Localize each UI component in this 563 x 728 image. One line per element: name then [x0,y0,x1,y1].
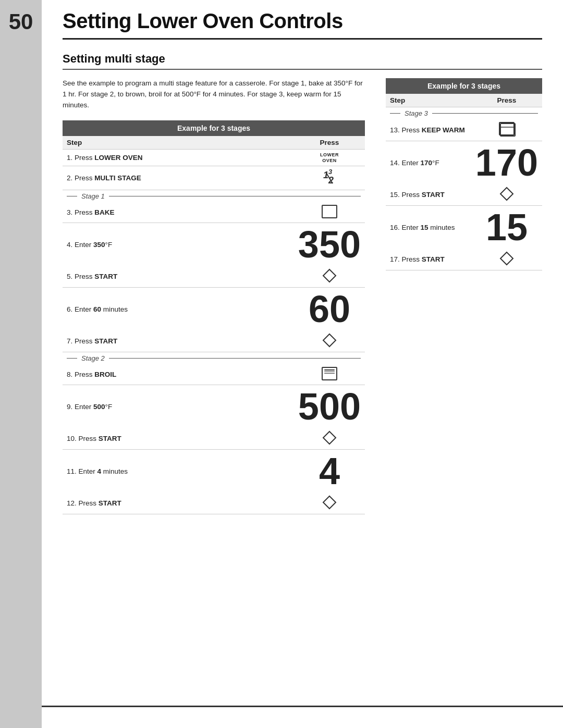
step-text-cell: 16. Enter 15 minutes [386,206,471,249]
table-row: 17. Press START [386,249,542,270]
right-table-header: Example for 3 stages [386,78,542,94]
step-text-cell: 17. Press START [386,249,471,270]
left-table-header: Example for 3 stages [63,120,365,136]
lower-oven-text-icon: LOWEROVEN [298,152,361,164]
press-col-header: Press [294,136,365,150]
step-text-cell: 7. Press START [63,330,294,352]
step-col-header: Step [63,136,294,150]
stage-divider-row: Stage 1 [63,190,365,202]
svg-marker-5 [323,334,336,347]
step-text-cell: 10. Press START [63,428,294,450]
stage-divider-cell: Stage 3 [386,107,542,120]
svg-text:3: 3 [328,169,333,176]
big-number-cell: 4 [294,450,365,492]
step-text-cell: 13. Press KEEP WARM [386,119,471,141]
step-text-cell: 5. Press START [63,266,294,288]
right-column: Example for 3 stages Step Press Stage 3 … [386,78,542,270]
two-column-layout: See the example to program a multi stage… [63,78,542,514]
step-text-cell: 14. Enter 170°F [386,141,471,184]
big-number-cell: 15 [471,206,542,249]
step-text-cell: 2. Press MULTI STAGE [63,166,294,190]
stage-divider-cell: Stage 1 [63,190,365,202]
step-text-cell: 6. Enter 60 minutes [63,288,294,330]
press-icon-cell [294,492,365,514]
keep-warm-icon [499,122,515,135]
start-diamond-icon [322,333,337,348]
svg-marker-6 [323,431,336,444]
big-number-cell: 170 [471,141,542,184]
step-text-cell: 3. Press BAKE [63,202,294,223]
step-text-cell: 9. Enter 500°F [63,385,294,428]
press-icon-cell [294,428,365,450]
page-number: 50 [0,9,42,34]
right-step-col-header: Step [386,94,471,107]
svg-rect-8 [500,124,515,136]
step-text-cell: 11. Enter 4 minutes [63,450,294,492]
right-col-headers: Step Press [386,94,542,107]
step-text-cell: 12. Press START [63,492,294,514]
big-number-cell: 350 [294,223,365,266]
press-icon-cell [294,266,365,288]
table-row: 7. Press START [63,330,365,352]
left-table-title: Example for 3 stages [63,120,365,136]
svg-marker-4 [323,269,336,282]
start-diamond-icon [499,187,514,201]
right-steps-table: Example for 3 stages Step Press Stage 3 … [386,78,542,270]
table-row: 9. Enter 500°F 500 [63,385,365,428]
press-icon-cell: LOWEROVEN [294,149,365,166]
table-row: 15. Press START [386,184,542,206]
stage-label: Stage 1 [67,192,361,200]
table-row: 2. Press MULTI STAGE 1 2 3 [63,166,365,190]
stage-divider-cell: Stage 2 [63,352,365,364]
stage-label: Stage 3 [390,109,538,117]
svg-marker-11 [500,252,513,265]
table-row: 4. Enter 350°F 350 [63,223,365,266]
left-col-headers: Step Press [63,136,365,150]
start-diamond-icon [322,268,337,283]
page-title: Setting Lower Oven Controls [63,9,542,38]
section-heading: Setting multi stage [63,52,542,70]
stage-label: Stage 2 [67,354,361,362]
separator-row [386,270,542,271]
press-icon-cell [471,249,542,270]
press-icon-cell: 1 2 3 [294,166,365,190]
broil-icon [322,367,337,380]
separator-cell [63,514,365,515]
sidebar: 50 [0,0,42,728]
svg-marker-7 [323,496,336,509]
intro-paragraph: See the example to program a multi stage… [63,78,365,111]
right-press-col-header: Press [471,94,542,107]
table-row: 10. Press START [63,428,365,450]
left-steps-table: Example for 3 stages Step Press 1. Press… [63,120,365,515]
start-diamond-icon [322,495,337,510]
bottom-border [42,706,563,707]
step-text-cell: 8. Press BROIL [63,364,294,385]
separator-row [63,514,365,515]
press-icon-cell [294,364,365,385]
press-icon-cell [294,330,365,352]
press-icon-cell [471,119,542,141]
stage-divider-row: Stage 2 [63,352,365,364]
start-diamond-icon [322,430,337,445]
table-row: 6. Enter 60 minutes 60 [63,288,365,330]
press-icon-cell [294,202,365,223]
bake-icon [322,205,337,218]
table-row: 1. Press LOWER OVEN LOWEROVEN [63,149,365,166]
table-row: 11. Enter 4 minutes 4 [63,450,365,492]
big-number-cell: 60 [294,288,365,330]
big-number-cell: 500 [294,385,365,428]
table-row: 12. Press START [63,492,365,514]
main-content: Setting Lower Oven Controls Setting mult… [42,0,563,546]
svg-marker-10 [500,188,513,200]
right-table-title: Example for 3 stages [386,78,542,94]
start-diamond-icon [499,251,514,266]
press-icon-cell [471,184,542,206]
table-row: 16. Enter 15 minutes 15 [386,206,542,249]
step-text-cell: 15. Press START [386,184,471,206]
table-row: 3. Press BAKE [63,202,365,223]
step-text-cell: 1. Press LOWER OVEN [63,149,294,166]
page-header: Setting Lower Oven Controls [63,0,542,40]
multi-stage-fraction-icon: 1 2 3 [298,169,361,187]
separator-cell [386,270,542,271]
table-row: 13. Press KEEP WARM [386,119,542,141]
